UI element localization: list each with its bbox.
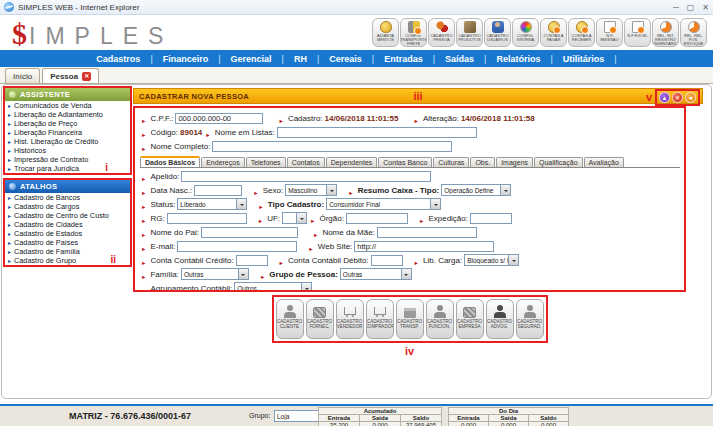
sidebar-item-historicos[interactable]: Históricos	[5, 146, 130, 155]
cadastro-vendedor-button[interactable]: CADASTRO VENDEDOR	[336, 299, 364, 339]
bullet-icon	[277, 109, 285, 127]
menu-cadastros[interactable]: Cadastros	[91, 54, 157, 64]
sidebar-item-cadastro-cargos[interactable]: Cadastro de Cargos	[5, 202, 130, 211]
sexo-select[interactable]: Masculino	[285, 184, 337, 196]
rg-input[interactable]	[167, 213, 247, 224]
cadastro-label: Cadastro:	[288, 114, 323, 123]
menu-entradas[interactable]: Entradas	[379, 54, 440, 64]
sidebar-item-cadastro-cidades[interactable]: Cadastro de Cidades	[5, 220, 130, 229]
sidebar-item-cadastro-centro-custo[interactable]: Cadastro de Centro de Custo	[5, 211, 130, 220]
toolbar-contas-receber-button[interactable]: CONTAS A RECEBER	[568, 18, 595, 47]
toolbar-cadastro-usuarios-button[interactable]: CADASTRO USUÁRIOS	[484, 18, 511, 47]
familia-label: Família:	[150, 270, 178, 279]
nome-mae-input[interactable]	[377, 227, 477, 238]
cadastro-empresa-button[interactable]: CADASTRO EMPRESA	[456, 299, 484, 339]
toolbar-cadastro-pessoa-button[interactable]: CADASTRO PESSOA	[428, 18, 455, 47]
menu-saidas[interactable]: Saídas	[440, 54, 491, 64]
cadastro-cliente-button[interactable]: CADASTRO CLIENTE	[276, 299, 304, 339]
status-select[interactable]: Liberado	[177, 198, 247, 210]
grupo-pessoa-select[interactable]: Outras	[340, 268, 412, 280]
cadastro-advogado-button[interactable]: CADASTRO ADVOG.	[486, 299, 514, 339]
form-titlebar: CADASTRAR NOVA PESSOA iii v ▲ ✕ ◄	[133, 88, 703, 104]
menu-relatorios[interactable]: Relatórios	[491, 54, 557, 64]
toolbar-contas-pagar-button[interactable]: CONTAS A PAGAR	[540, 18, 567, 47]
sidebar-item-cadastro-estados[interactable]: Cadastro de Estados	[5, 229, 130, 238]
minimize-button[interactable]: ─	[673, 3, 679, 12]
menu-rh[interactable]: RH	[289, 54, 324, 64]
email-input[interactable]	[177, 241, 297, 252]
form-tab-qualificacao[interactable]: Qualificação	[534, 157, 583, 167]
conta-debito-input[interactable]	[371, 255, 403, 266]
sexo-label: Sexo:	[263, 186, 283, 195]
toolbar-config-sistema-button[interactable]: CONFIG. SISTEMA	[512, 18, 539, 47]
cadastro-seguradora-button[interactable]: CADASTRO SEGURAD.	[516, 299, 544, 339]
cpf-input[interactable]	[175, 113, 263, 124]
form-tab-dependentes[interactable]: Dependentes	[326, 157, 378, 167]
nome-listas-input[interactable]	[277, 127, 477, 138]
sidebar-item-hist-liberacao-credito[interactable]: Hist. Liberação de Crédito	[5, 137, 130, 146]
logo-dollar-icon: $	[12, 17, 27, 51]
resumo-caixa-select[interactable]: Operação Define	[441, 184, 511, 196]
menu-gerencial[interactable]: Gerencial	[226, 54, 289, 64]
form-tab-culturas[interactable]: Culturas	[433, 157, 469, 167]
expedicao-input[interactable]	[470, 213, 512, 224]
orgao-input[interactable]	[346, 213, 408, 224]
toolbar-adiantamentos-button[interactable]: ADIANTA MENTOS	[372, 18, 399, 47]
sidebar-item-cadastro-paises[interactable]: Cadastro de Países	[5, 238, 130, 247]
form-tab-dados-basicos[interactable]: Dados Básicos	[140, 156, 200, 167]
toolbar-rel-estoque-button[interactable]: REL. REL. POS. ESTOQUE	[680, 18, 707, 47]
toolbar-rel-inventario-button[interactable]: REL. INT. REGISTRO INVENTÁRIO	[652, 18, 679, 47]
nome-pai-input[interactable]	[201, 227, 298, 238]
form-tab-obs[interactable]: Obs.	[470, 157, 495, 167]
top-toolbar: ADIANTA MENTOS CONFIG. TRANSPORTE FRETE …	[372, 18, 707, 47]
form-tab-telefones[interactable]: Telefones	[246, 157, 286, 167]
panel-minimize-button[interactable]: ▲	[659, 92, 670, 103]
form-tab-strip: Dados Básicos Endereços Telefones Contat…	[140, 154, 680, 168]
cadastro-comprador-button[interactable]: CADASTRO COMPRADOR	[366, 299, 394, 339]
cadastro-fornecedor-button[interactable]: CADASTRO FORNEC.	[306, 299, 334, 339]
website-input[interactable]	[354, 241, 494, 252]
box-icon	[404, 308, 416, 318]
uf-select[interactable]	[282, 212, 307, 224]
familia-select[interactable]: Outras	[181, 268, 249, 280]
sidebar-item-trocar-juridica[interactable]: Trocar para Jurídica	[5, 164, 130, 173]
toolbar-nf-excel-button[interactable]: N F EXCEL	[624, 18, 651, 47]
menu-cereais[interactable]: Cereais	[324, 54, 379, 64]
sidebar-item-comunicados-venda[interactable]: Comunicados de Venda	[5, 101, 130, 110]
sidebar-item-impressao-contrato[interactable]: Impressão de Contrato	[5, 155, 130, 164]
toolbar-nf-emissao-button[interactable]: N F EMISSÃO	[596, 18, 623, 47]
data-nasc-input[interactable]	[194, 185, 242, 196]
bullet-icon	[412, 109, 420, 127]
close-button[interactable]: ✕	[702, 3, 709, 12]
sidebar-item-liberacao-financeira[interactable]: Liberação Financeira	[5, 128, 130, 137]
form-tab-contas-banco[interactable]: Contas Banco	[378, 157, 432, 167]
tab-close-icon[interactable]: ✕	[82, 72, 91, 81]
menu-financeiro[interactable]: Financeiro	[158, 54, 226, 64]
maximize-button[interactable]: ▢	[687, 3, 695, 12]
tab-inicio[interactable]: Início	[5, 68, 40, 83]
main-menubar: Cadastros Financeiro Gerencial RH Cereai…	[0, 50, 713, 67]
sidebar-item-cadastro-bancos[interactable]: Cadastro de Bancos	[5, 193, 130, 202]
cpf-label: C.P.F.:	[150, 114, 173, 123]
toolbar-cadastro-produtos-button[interactable]: CADASTRO PRODUTOS	[456, 18, 483, 47]
cadastro-funcionario-button[interactable]: CADASTRO FUNCION.	[426, 299, 454, 339]
conta-credito-input[interactable]	[236, 255, 268, 266]
menu-utilitarios[interactable]: Utilitários	[558, 54, 622, 64]
form-title: CADASTRAR NOVA PESSOA	[139, 92, 249, 101]
lib-carga-select[interactable]: Bloqueado s/ P	[464, 254, 519, 266]
tab-pessoa[interactable]: Pessoa ✕	[42, 68, 99, 83]
panel-back-button[interactable]: ◄	[685, 92, 696, 103]
sidebar-item-liberacao-adiantamento[interactable]: Liberação de Adiantamento	[5, 110, 130, 119]
apelido-input[interactable]	[181, 171, 431, 182]
agrupamento-select[interactable]: Outros	[234, 282, 312, 292]
form-tab-imagens[interactable]: Imagens	[496, 157, 533, 167]
form-tab-avaliacao[interactable]: Avaliação	[584, 157, 624, 167]
toolbar-transporte-button[interactable]: CONFIG. TRANSPORTE FRETE	[400, 18, 427, 47]
form-tab-enderecos[interactable]: Endereços	[201, 157, 244, 167]
form-tab-contatos[interactable]: Contatos	[287, 157, 325, 167]
panel-close-button[interactable]: ✕	[672, 92, 683, 103]
cadastro-transportadora-button[interactable]: CADASTRO TRANSP.	[396, 299, 424, 339]
nome-mae-label: Nome da Mãe:	[322, 228, 374, 237]
sidebar-item-liberacao-preco[interactable]: Liberação de Preço	[5, 119, 130, 128]
nome-completo-input[interactable]	[212, 141, 452, 152]
